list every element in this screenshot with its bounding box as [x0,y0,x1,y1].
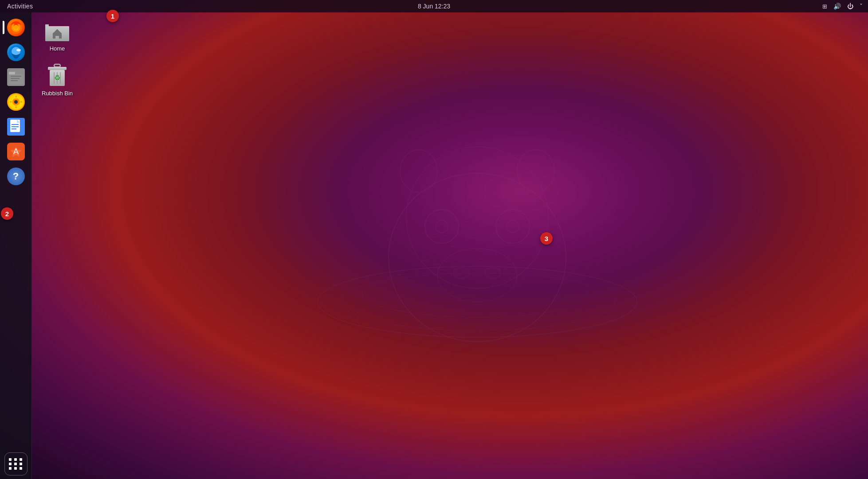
svg-point-11 [437,249,517,302]
dock-item-rhythmbox[interactable] [4,90,27,113]
svg-rect-41 [48,67,67,70]
show-applications-button[interactable] [4,452,27,475]
app-grid-icon [9,458,23,470]
grid-dot [20,458,22,461]
svg-rect-23 [11,78,20,79]
svg-point-5 [400,150,437,192]
svg-point-13 [485,268,501,278]
annotation-badge-3: 3 [540,232,553,245]
home-icon-label: Home [50,45,65,53]
svg-text:♻: ♻ [54,74,60,82]
svg-point-19 [16,49,21,51]
svg-point-3 [389,173,566,342]
trash-icon: ♻ [45,63,69,87]
desktop-icon-home[interactable]: Home [37,16,77,55]
desktop-background [0,0,868,479]
firefox-icon [7,19,25,36]
svg-point-4 [406,147,548,288]
clock-display[interactable]: 8 Jun 12:23 [418,3,450,10]
svg-rect-21 [9,72,15,74]
svg-rect-33 [12,129,16,129]
svg-point-28 [14,100,18,104]
svg-rect-32 [12,126,19,127]
grid-dot [9,463,12,465]
chevron-down-icon[interactable]: ˅ [858,2,864,11]
svg-point-16 [13,25,19,30]
activities-button[interactable]: Activities [4,3,36,10]
svg-point-12 [454,268,470,278]
svg-point-6 [517,150,554,192]
software-icon: A [7,143,25,160]
grid-dot [14,463,17,465]
grid-dot [9,467,12,470]
dock-item-files[interactable] [4,66,27,89]
desktop-icon-rubbish-bin[interactable]: ♻ Rubbish Bin [37,61,77,100]
svg-point-0 [318,266,637,337]
grid-dot [20,467,22,470]
dock-item-docs[interactable] [4,115,27,138]
annotation-badge-1: 1 [106,10,119,22]
rhythmbox-icon [7,93,25,111]
help-icon: ? [7,167,25,185]
grid-dot [14,458,17,461]
svg-point-8 [496,210,530,243]
sound-icon[interactable]: 🔊 [832,2,843,11]
grid-dot [20,463,22,465]
grid-dot [14,467,17,470]
svg-rect-22 [11,76,21,77]
annotation-badge-2: 2 [1,207,13,220]
svg-point-9 [436,220,448,233]
svg-point-10 [507,220,519,233]
svg-point-1 [340,273,615,331]
dock: A ? [0,12,32,479]
rubbish-bin-label: Rubbish Bin [42,90,73,97]
svg-text:A: A [13,147,18,156]
dock-item-help[interactable]: ? [4,165,27,188]
system-tray: ⊞ 🔊 ⏻ ˅ [821,2,864,11]
topbar: Activities 8 Jun 12:23 ⊞ 🔊 ⏻ ˅ [0,0,868,12]
svg-rect-40 [54,64,60,67]
svg-point-7 [425,210,459,243]
files-icon [7,68,25,86]
network-icon[interactable]: ⊞ [821,2,829,11]
grid-dot [9,458,12,461]
desktop-icons: Home [37,16,77,100]
power-icon[interactable]: ⏻ [845,2,855,11]
thunderbird-icon [7,43,25,61]
dock-item-software[interactable]: A [4,140,27,163]
svg-point-2 [362,269,593,317]
home-folder-icon [45,19,69,43]
dock-item-thunderbird[interactable] [4,41,27,64]
svg-rect-31 [12,124,19,125]
svg-rect-24 [11,80,18,81]
wallpaper-hippo [304,89,650,390]
docs-icon [7,118,25,136]
dock-item-firefox[interactable] [4,16,27,39]
